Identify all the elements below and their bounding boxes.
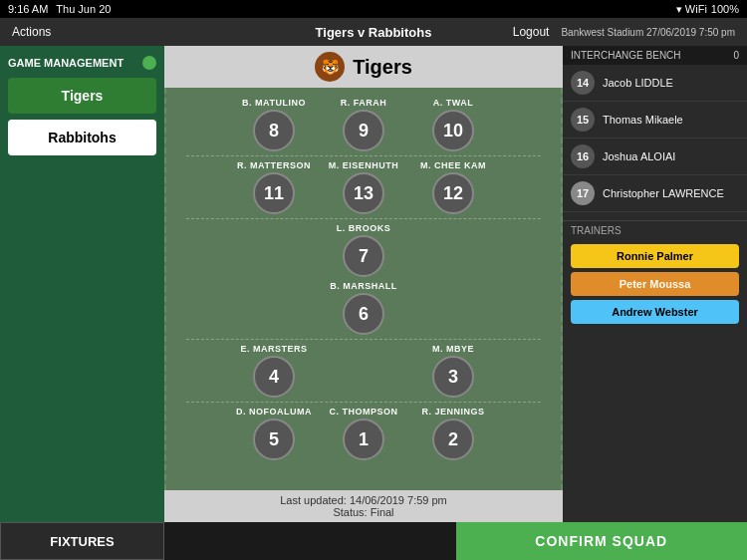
bench-name-16: Joshua ALOIAI: [603, 150, 675, 162]
player-12-name: M. CHEE KAM: [420, 160, 486, 170]
status-bar: 9:16 AM Thu Jun 20 ▾ WiFi 100%: [0, 0, 747, 18]
field-divider-3: [186, 339, 541, 340]
player-row-4: B. MARSHALL 6: [166, 281, 561, 335]
player-5-circle: 5: [253, 419, 295, 460]
trainer-andrew-webster[interactable]: Andrew Webster: [571, 300, 739, 324]
actions-button[interactable]: Actions: [12, 25, 51, 39]
interchange-bench-header: INTERCHANGE BENCH 0: [563, 46, 747, 65]
status-indicator: [142, 56, 156, 70]
team-logo: 🐯: [315, 52, 345, 82]
player-11-circle: 11: [253, 172, 295, 214]
player-3-name: M. MBYE: [432, 344, 474, 354]
main-content: GAME MANAGEMENT Tigers Rabbitohs 🐯 Tiger…: [0, 46, 747, 522]
trainer-ronnie-palmer[interactable]: Ronnie Palmer: [571, 244, 739, 268]
field-divider-1: [186, 155, 541, 156]
player-6-slot[interactable]: B. MARSHALL 6: [319, 281, 408, 335]
bottom-spacer: [164, 522, 456, 560]
player-10-circle: 10: [432, 110, 474, 151]
player-4-slot[interactable]: E. MARSTERS 4: [229, 344, 319, 398]
left-sidebar: GAME MANAGEMENT Tigers Rabbitohs: [0, 46, 164, 522]
player-2-name: R. JENNINGS: [421, 407, 484, 417]
app-header: Actions Tigers v Rabbitohs Logout Bankwe…: [0, 18, 747, 46]
time-display: 9:16 AM: [8, 3, 48, 15]
fixtures-button[interactable]: FIXTURES: [0, 522, 164, 560]
bottom-bar: FIXTURES CONFIRM SQUAD: [0, 522, 747, 560]
game-management-bar: GAME MANAGEMENT: [8, 54, 156, 72]
confirm-squad-button[interactable]: CONFIRM SQUAD: [456, 522, 748, 560]
bench-name-14: Jacob LIDDLE: [603, 77, 673, 89]
player-row-5: E. MARSTERS 4 M. MBYE 3: [166, 344, 561, 398]
player-10-slot[interactable]: A. TWAL 10: [408, 98, 498, 151]
field-header: 🐯 Tigers: [164, 46, 563, 88]
venue-info: Bankwest Stadium 27/06/2019 7:50 pm: [561, 27, 735, 38]
player-12-slot[interactable]: M. CHEE KAM 12: [408, 160, 498, 214]
player-9-circle: 9: [343, 110, 384, 151]
player-13-slot[interactable]: M. EISENHUTH 13: [319, 160, 408, 214]
player-7-slot[interactable]: L. BROOKS 7: [319, 223, 408, 277]
bench-name-17: Christopher LAWRENCE: [603, 187, 724, 199]
trainers-header: TRAINERS: [563, 220, 747, 240]
battery-display: 100%: [711, 3, 739, 15]
player-13-name: M. EISENHUTH: [329, 160, 399, 170]
player-11-slot[interactable]: R. MATTERSON 11: [229, 160, 319, 214]
bench-player-14[interactable]: 14 Jacob LIDDLE: [563, 65, 747, 102]
player-2-circle: 2: [432, 419, 474, 460]
player-6-name: B. MARSHALL: [330, 281, 397, 291]
player-4-name: E. MARSTERS: [240, 344, 307, 354]
game-management-label: GAME MANAGEMENT: [8, 57, 124, 69]
field-container: 🐯 Tigers B. MATULINO 8 R. FARAH 9 A. TWA…: [164, 46, 563, 522]
player-row-1: B. MATULINO 8 R. FARAH 9 A. TWAL 10: [166, 98, 561, 151]
date-display: Thu Jun 20: [56, 3, 111, 15]
trainers-section: TRAINERS Ronnie Palmer Peter Moussa Andr…: [563, 220, 747, 328]
player-7-circle: 7: [343, 235, 384, 277]
rabbitohs-team-button[interactable]: Rabbitohs: [8, 120, 156, 155]
field-divider-2: [186, 218, 541, 219]
player-13-circle: 13: [343, 172, 384, 214]
player-10-name: A. TWAL: [433, 98, 474, 108]
player-1-name: C. THOMPSON: [329, 407, 397, 417]
bench-number-14: 14: [571, 71, 595, 95]
bench-name-15: Thomas Mikaele: [603, 114, 683, 126]
match-title: Tigers v Rabbitohs: [316, 25, 432, 40]
bench-number-17: 17: [571, 181, 595, 205]
bench-player-16[interactable]: 16 Joshua ALOIAI: [563, 139, 747, 175]
player-8-slot[interactable]: B. MATULINO 8: [229, 98, 319, 151]
player-4-circle: 4: [253, 356, 295, 398]
player-1-slot[interactable]: C. THOMPSON 1: [319, 407, 408, 460]
player-8-name: B. MATULINO: [242, 98, 306, 108]
player-5-slot[interactable]: D. NOFOALUMA 5: [229, 407, 319, 460]
bench-number-16: 16: [571, 144, 595, 168]
player-6-circle: 6: [343, 293, 384, 335]
bench-player-15[interactable]: 15 Thomas Mikaele: [563, 102, 747, 139]
player-row-2: R. MATTERSON 11 M. EISENHUTH 13 M. CHEE …: [166, 160, 561, 214]
player-3-slot[interactable]: M. MBYE 3: [408, 344, 498, 398]
right-sidebar: INTERCHANGE BENCH 0 14 Jacob LIDDLE 15 T…: [563, 46, 747, 522]
player-9-slot[interactable]: R. FARAH 9: [319, 98, 408, 151]
football-field: B. MATULINO 8 R. FARAH 9 A. TWAL 10 R. M…: [164, 88, 563, 490]
field-footer: Last updated: 14/06/2019 7:59 pm Status:…: [164, 490, 563, 522]
player-5-name: D. NOFOALUMA: [236, 407, 312, 417]
logout-button[interactable]: Logout: [513, 25, 550, 39]
player-row-6: D. NOFOALUMA 5 C. THOMPSON 1 R. JENNINGS…: [166, 407, 561, 460]
tigers-team-button[interactable]: Tigers: [8, 78, 156, 114]
player-7-name: L. BROOKS: [337, 223, 391, 233]
player-2-slot[interactable]: R. JENNINGS 2: [408, 407, 498, 460]
bench-number-15: 15: [571, 108, 595, 132]
bench-player-17[interactable]: 17 Christopher LAWRENCE: [563, 175, 747, 212]
player-3-circle: 3: [432, 356, 474, 398]
player-8-circle: 8: [253, 110, 295, 151]
bench-count: 0: [733, 50, 739, 61]
player-11-name: R. MATTERSON: [237, 160, 311, 170]
match-status: Status: Final: [164, 506, 563, 518]
player-12-circle: 12: [432, 172, 474, 214]
last-updated: Last updated: 14/06/2019 7:59 pm: [164, 494, 563, 506]
player-1-circle: 1: [343, 419, 384, 460]
player-9-name: R. FARAH: [341, 98, 387, 108]
field-divider-4: [186, 402, 541, 403]
wifi-icon: ▾ WiFi: [676, 3, 707, 16]
interchange-label: INTERCHANGE BENCH: [571, 50, 681, 61]
trainer-peter-moussa[interactable]: Peter Moussa: [571, 272, 739, 296]
field-team-name: Tigers: [353, 56, 412, 79]
player-row-3: L. BROOKS 7: [166, 223, 561, 277]
